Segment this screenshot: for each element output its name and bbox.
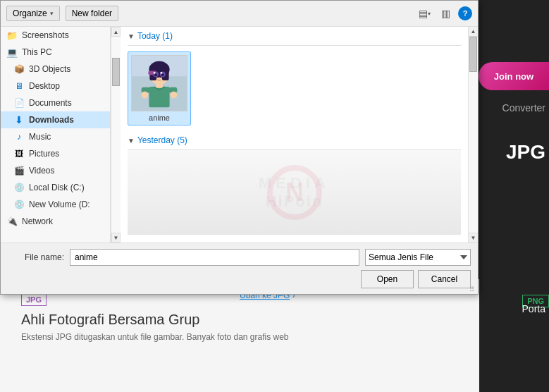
sidebar-item-3d-objects[interactable]: 📦 3D Objects: [1, 61, 110, 78]
file-scroll-down[interactable]: ▼: [469, 233, 478, 243]
sidebar-item-music[interactable]: ♪ Music: [1, 128, 110, 145]
nav-pane: 📁 Screenshots 💻 This PC 📦 3D Objects 🖥 D…: [1, 27, 111, 243]
new-volume-d-icon: 💿: [13, 199, 25, 210]
watermark-logo-svg: N: [266, 164, 323, 221]
network-label: Network: [22, 216, 53, 226]
nav-scroll-up[interactable]: ▲: [111, 27, 121, 37]
join-now-button[interactable]: Join now: [479, 62, 549, 90]
svg-point-11: [154, 72, 156, 74]
videos-label: Videos: [29, 166, 54, 176]
svg-point-19: [171, 92, 178, 99]
organize-button[interactable]: Organize ▾: [6, 6, 60, 21]
file-scroll-thumb: [469, 37, 477, 72]
today-section-header[interactable]: ▼ Today (1): [121, 27, 468, 45]
view-dropdown-arrow: ▾: [428, 11, 431, 17]
view-icon: ▤: [419, 8, 428, 19]
sidebar-item-pictures[interactable]: 🖼 Pictures: [1, 145, 110, 162]
nav-scroll-down[interactable]: ▼: [111, 233, 121, 243]
sidebar-item-local-disk-c[interactable]: 💿 Local Disk (C:): [1, 179, 110, 196]
file-open-dialog: Organize ▾ New folder ▤ ▾ ▥ ?: [0, 0, 479, 295]
documents-icon: 📄: [13, 97, 25, 109]
view-icon-button[interactable]: ▤ ▾: [416, 5, 433, 22]
sidebar-item-screenshots[interactable]: 📁 Screenshots: [1, 27, 110, 44]
filetype-select[interactable]: Semua Jenis File JPEG Files PNG Files Al…: [365, 249, 471, 266]
music-icon: ♪: [13, 131, 25, 142]
downloads-icon: ⬇: [13, 114, 25, 125]
file-pane: ▼ Today (1): [121, 27, 478, 243]
open-button[interactable]: Open: [361, 270, 414, 288]
organize-label: Organize: [13, 8, 47, 18]
downloads-label: Downloads: [29, 115, 74, 125]
videos-icon: 🎬: [13, 165, 25, 176]
dialog-toolbar: Organize ▾ New folder ▤ ▾ ▥ ?: [1, 1, 478, 27]
svg-point-18: [142, 92, 149, 99]
converter-text: Converter: [502, 102, 545, 114]
yesterday-section-header[interactable]: ▼ Yesterday (5): [121, 131, 468, 149]
sidebar-item-this-pc[interactable]: 💻 This PC: [1, 44, 110, 61]
svg-point-15: [159, 77, 160, 78]
toolbar-right: ▤ ▾ ▥ ?: [416, 5, 472, 22]
file-scroll-track: [469, 37, 478, 233]
pictures-icon: 🖼: [13, 148, 25, 159]
svg-point-13: [154, 73, 157, 76]
dialog-bottom-bar: File name: Semua Jenis File JPEG Files P…: [1, 243, 478, 294]
layout-icon: ▥: [441, 8, 450, 19]
filename-label: File name:: [8, 252, 64, 262]
today-label: Today (1): [137, 31, 173, 41]
file-grid-today: anime: [121, 46, 468, 131]
this-pc-icon: 💻: [6, 47, 18, 58]
cancel-button[interactable]: Cancel: [418, 270, 471, 288]
svg-point-12: [160, 72, 162, 74]
desktop-label: Desktop: [29, 81, 60, 91]
3d-objects-icon: 📦: [13, 63, 25, 75]
dialog-main-content: 📁 Screenshots 💻 This PC 📦 3D Objects 🖥 D…: [1, 27, 478, 243]
organize-dropdown-icon: ▾: [50, 10, 54, 17]
bottom-title: Ahli Fotografi Bersama Grup: [21, 312, 458, 328]
jpg-text: JPG: [506, 141, 545, 164]
anime-file-name: anime: [149, 114, 170, 122]
join-now-label: Join now: [494, 71, 533, 82]
music-label: Music: [29, 132, 51, 142]
blurred-content-area: MEDIA HiPoin N: [128, 150, 461, 235]
dialog-actions-row: Open Cancel: [8, 270, 471, 288]
porta-text: Porta: [522, 303, 545, 314]
nav-scroll-thumb: [112, 58, 120, 86]
sidebar-item-network[interactable]: 🔌 Network: [1, 213, 110, 230]
file-item-anime[interactable]: anime: [128, 51, 191, 125]
sidebar-item-new-volume-d[interactable]: 💿 New Volume (D:: [1, 196, 110, 213]
yesterday-label: Yesterday (5): [137, 135, 187, 145]
help-icon-button[interactable]: ?: [458, 6, 472, 20]
network-icon: 🔌: [6, 216, 18, 227]
right-panel: Join now Converter JPG: [479, 0, 549, 392]
new-volume-d-label: New Volume (D:: [29, 200, 90, 209]
3d-objects-label: 3D Objects: [29, 64, 70, 74]
layout-icon-button[interactable]: ▥: [437, 5, 454, 22]
yesterday-chevron-icon: ▼: [128, 137, 135, 145]
sidebar-item-downloads[interactable]: ⬇ Downloads: [1, 111, 110, 128]
pictures-label: Pictures: [29, 149, 59, 159]
nav-scrollbar[interactable]: ▲ ▼: [111, 27, 121, 243]
screenshots-folder-icon: 📁: [6, 30, 18, 41]
new-folder-button[interactable]: New folder: [66, 6, 118, 21]
jpg-badge: JPG: [21, 293, 47, 306]
svg-point-14: [161, 73, 164, 76]
desktop-icon: 🖥: [13, 80, 25, 92]
today-chevron-icon: ▼: [128, 32, 135, 40]
anime-thumbnail-svg: [132, 55, 187, 111]
sidebar-item-videos[interactable]: 🎬 Videos: [1, 162, 110, 179]
sidebar-item-desktop[interactable]: 🖥 Desktop: [1, 78, 110, 94]
filename-input[interactable]: [70, 249, 359, 266]
svg-text:N: N: [285, 178, 304, 207]
file-scroll-up[interactable]: ▲: [469, 27, 478, 37]
screenshots-label: Screenshots: [22, 30, 69, 40]
nav-pane-container: 📁 Screenshots 💻 This PC 📦 3D Objects 🖥 D…: [1, 27, 121, 243]
help-icon: ?: [463, 9, 468, 18]
dialog-resize-handle[interactable]: ⠿: [469, 286, 478, 294]
file-pane-scrollbar[interactable]: ▲ ▼: [468, 27, 478, 243]
documents-label: Documents: [29, 98, 72, 108]
sidebar-item-documents[interactable]: 📄 Documents: [1, 94, 110, 111]
new-folder-label: New folder: [72, 8, 112, 18]
anime-thumbnail: [131, 55, 187, 111]
local-disk-c-label: Local Disk (C:): [29, 183, 85, 192]
bottom-subtitle: Ekstensi JPG ditugaskan untuk file gamba…: [21, 332, 458, 342]
